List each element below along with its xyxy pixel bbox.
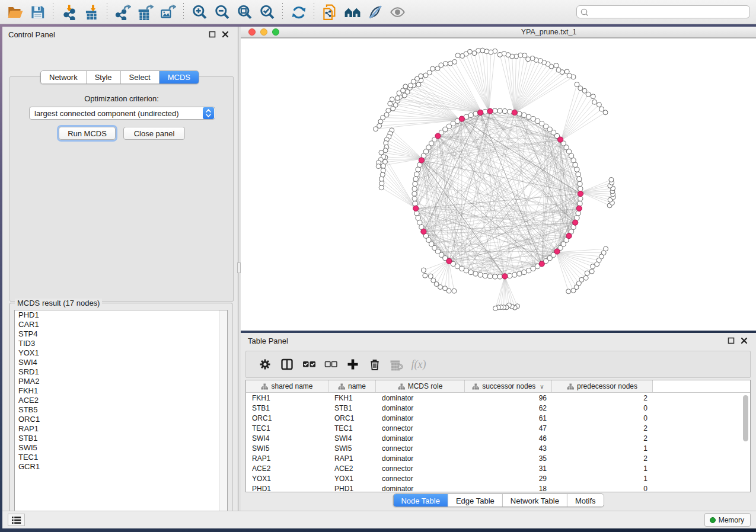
tab-network[interactable]: Network xyxy=(41,71,87,84)
mcds-result-item[interactable]: TID3 xyxy=(15,339,227,348)
network-node[interactable] xyxy=(380,172,385,177)
table-scrollbar-thumb[interactable] xyxy=(743,395,748,441)
mcds-result-item[interactable]: STB5 xyxy=(15,405,227,415)
mcds-network-node[interactable] xyxy=(566,233,572,239)
network-node[interactable] xyxy=(443,62,448,66)
network-node[interactable] xyxy=(522,270,527,275)
column-header-successor-nodes[interactable]: successor nodes∨ xyxy=(465,380,552,392)
mcds-result-item[interactable]: STP4 xyxy=(15,329,227,339)
network-node[interactable] xyxy=(402,93,407,98)
network-node[interactable] xyxy=(472,51,477,56)
network-node[interactable] xyxy=(497,108,502,113)
mcds-network-node[interactable] xyxy=(512,110,517,115)
network-node[interactable] xyxy=(488,274,493,278)
network-node[interactable] xyxy=(413,177,418,181)
search-input[interactable] xyxy=(591,7,746,17)
network-node[interactable] xyxy=(535,118,540,123)
network-node[interactable] xyxy=(578,187,583,191)
zoom-out-button[interactable] xyxy=(210,2,233,21)
network-node[interactable] xyxy=(390,97,394,102)
mcds-network-node[interactable] xyxy=(554,249,560,254)
mcds-network-node[interactable] xyxy=(539,261,544,267)
network-node[interactable] xyxy=(473,111,478,116)
network-node[interactable] xyxy=(455,264,460,269)
network-node[interactable] xyxy=(576,211,580,216)
network-node[interactable] xyxy=(497,52,502,57)
column-header-MCDS-role[interactable]: MCDS role xyxy=(376,380,465,392)
network-node[interactable] xyxy=(468,113,473,117)
network-node[interactable] xyxy=(416,82,421,87)
export-table-button[interactable] xyxy=(134,2,157,21)
network-canvas[interactable] xyxy=(241,38,756,331)
table-row[interactable]: SWI4SWI4dominator462 xyxy=(246,433,750,443)
network-node[interactable] xyxy=(412,196,417,201)
mcds-network-node[interactable] xyxy=(487,108,493,114)
network-node[interactable] xyxy=(517,111,522,116)
mcds-result-item[interactable]: ACE2 xyxy=(15,396,227,405)
mcds-network-node[interactable] xyxy=(576,206,582,211)
mcds-result-item[interactable]: YOX1 xyxy=(15,348,227,358)
network-node[interactable] xyxy=(527,114,531,119)
network-node[interactable] xyxy=(578,181,582,186)
optimization-criterion-select[interactable]: largest connected component (undirected) xyxy=(29,107,215,120)
network-node[interactable] xyxy=(455,53,460,58)
network-node[interactable] xyxy=(413,181,417,186)
mcds-result-item[interactable]: TEC1 xyxy=(15,453,227,462)
network-node[interactable] xyxy=(508,273,512,278)
network-node[interactable] xyxy=(417,220,422,225)
open-session-button[interactable] xyxy=(4,2,26,21)
mcds-result-item[interactable]: RAP1 xyxy=(15,424,227,434)
network-node[interactable] xyxy=(586,92,591,97)
close-panel-button[interactable]: Close panel xyxy=(123,127,185,140)
network-node[interactable] xyxy=(414,211,419,216)
column-header-name[interactable]: name xyxy=(328,380,376,392)
network-node[interactable] xyxy=(412,191,417,196)
tab-motifs[interactable]: Motifs xyxy=(567,494,604,507)
network-node[interactable] xyxy=(512,273,517,277)
network-node[interactable] xyxy=(483,273,487,278)
table-row[interactable]: YOX1YOX1connector291 xyxy=(246,473,750,483)
run-mcds-button[interactable]: Run MCDS xyxy=(59,127,116,140)
show-all-networks-button[interactable] xyxy=(341,2,363,21)
network-node[interactable] xyxy=(460,266,464,271)
network-node[interactable] xyxy=(578,86,583,91)
network-node[interactable] xyxy=(464,268,468,273)
network-node[interactable] xyxy=(374,127,378,132)
table-row[interactable]: ACE2ACE2connector311 xyxy=(246,463,750,473)
network-node[interactable] xyxy=(566,289,571,294)
mcds-result-item[interactable]: PMA2 xyxy=(15,377,227,386)
mcds-network-node[interactable] xyxy=(558,137,563,142)
mcds-result-item[interactable]: FKH1 xyxy=(15,386,227,396)
network-node[interactable] xyxy=(428,274,433,278)
mcds-network-node[interactable] xyxy=(573,220,578,225)
hide-graphics-details-button[interactable] xyxy=(363,2,386,21)
mcds-network-node[interactable] xyxy=(478,110,483,115)
network-node[interactable] xyxy=(575,82,579,87)
tab-mcds[interactable]: MCDS xyxy=(160,71,199,84)
network-node[interactable] xyxy=(421,268,426,273)
mcds-result-item[interactable]: SWI4 xyxy=(15,358,227,367)
memory-button[interactable]: Memory xyxy=(704,513,751,527)
mcds-network-node[interactable] xyxy=(459,116,464,121)
import-network-button[interactable] xyxy=(58,2,80,21)
share-network-document-button[interactable] xyxy=(318,2,341,21)
network-node[interactable] xyxy=(556,68,561,72)
network-node[interactable] xyxy=(493,274,497,279)
mcds-result-item[interactable]: PHD1 xyxy=(15,310,227,320)
network-node[interactable] xyxy=(493,108,497,113)
network-node[interactable] xyxy=(423,273,428,278)
table-row[interactable]: RAP1RAP1dominator352 xyxy=(246,453,750,463)
column-header-predecessor-nodes[interactable]: predecessor nodes xyxy=(552,380,653,392)
network-node[interactable] xyxy=(530,56,535,60)
network-node[interactable] xyxy=(585,271,589,275)
network-node[interactable] xyxy=(578,196,583,201)
network-node[interactable] xyxy=(599,107,604,111)
network-node[interactable] xyxy=(578,201,582,206)
zoom-in-button[interactable] xyxy=(188,2,210,21)
network-node[interactable] xyxy=(473,271,478,276)
network-node[interactable] xyxy=(391,106,395,111)
mcds-result-item[interactable]: ORC1 xyxy=(15,415,227,424)
save-session-button[interactable] xyxy=(26,2,49,21)
float-panel-icon[interactable] xyxy=(208,30,216,38)
network-node[interactable] xyxy=(531,266,535,271)
